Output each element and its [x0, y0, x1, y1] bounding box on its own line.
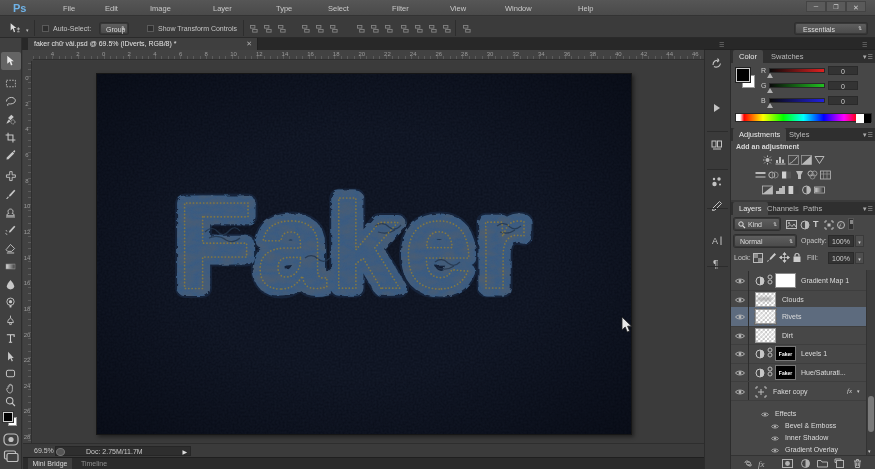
svg-text:A: A	[712, 236, 718, 246]
svg-text:¶: ¶	[713, 259, 718, 270]
svg-text:Faker: Faker	[176, 175, 530, 314]
svg-text:fx: fx	[758, 459, 765, 469]
